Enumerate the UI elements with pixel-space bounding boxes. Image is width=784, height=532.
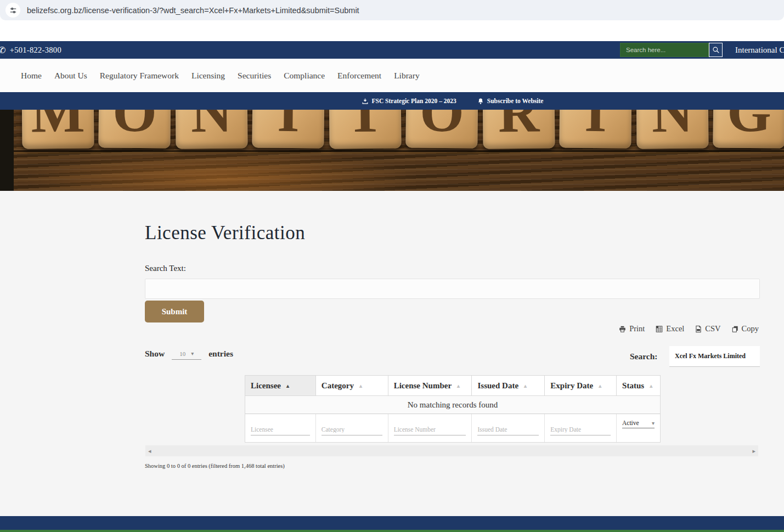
filter-cell-category — [316, 414, 388, 442]
submit-button[interactable]: Submit — [145, 301, 204, 322]
magnifier-icon — [712, 46, 720, 54]
chevron-down-icon: ▾ — [652, 420, 655, 426]
url-text[interactable]: belizefsc.org.bz/license-verification-3/… — [27, 6, 359, 15]
site-search-button[interactable] — [709, 43, 723, 57]
scroll-right-icon[interactable]: ▸ — [752, 448, 755, 455]
letter-block: O — [405, 110, 478, 149]
sort-asc-icon: ▴ — [524, 383, 527, 389]
letter-block: R — [482, 110, 555, 149]
copy-icon — [731, 325, 739, 333]
table-header-row: Licensee ▴ Category ▴ License Number ▴ I… — [245, 376, 660, 395]
print-label: Print — [629, 324, 645, 333]
column-header-expiry-date[interactable]: Expiry Date ▴ — [545, 376, 617, 395]
column-header-status[interactable]: Status ▴ — [617, 376, 660, 395]
announcement-bar: FSC Strategic Plan 2020 – 2023 Subscribe… — [0, 92, 784, 110]
csv-button[interactable]: CSV — [695, 324, 720, 333]
main-nav: Home About Us Regulatory Framework Licen… — [0, 59, 784, 92]
phone-contact: ✆ +501-822-3800 — [0, 41, 61, 59]
download-icon — [362, 98, 369, 105]
filter-licensee-input[interactable] — [251, 426, 310, 435]
footer-green-strip — [0, 530, 784, 532]
csv-label: CSV — [705, 324, 720, 333]
hero-left-shadow — [0, 110, 14, 191]
nav-item-compliance[interactable]: Compliance — [284, 71, 325, 81]
column-label: Status — [622, 381, 644, 390]
block-letter: O — [112, 110, 157, 140]
site-search-input[interactable] — [620, 43, 709, 57]
block-letter: N — [651, 110, 693, 141]
hero-table-edge — [0, 150, 784, 152]
nav-item-licensing[interactable]: Licensing — [191, 71, 225, 81]
filter-category-input[interactable] — [322, 426, 382, 435]
block-letter: R — [498, 110, 539, 141]
nav-item-regulatory-framework[interactable]: Regulatory Framework — [100, 71, 179, 81]
nav-item-about-us[interactable]: About Us — [54, 71, 87, 81]
bell-icon — [477, 98, 484, 105]
strategic-plan-label: FSC Strategic Plan 2020 – 2023 — [372, 98, 456, 104]
license-table: Licensee ▴ Category ▴ License Number ▴ I… — [245, 375, 661, 443]
column-label: License Number — [394, 381, 452, 390]
column-header-issued-date[interactable]: Issued Date ▴ — [472, 376, 545, 395]
printer-icon — [618, 325, 627, 333]
column-header-licensee[interactable]: Licensee ▴ — [245, 376, 316, 395]
letter-block: O — [98, 110, 171, 149]
copy-button[interactable]: Copy — [731, 324, 759, 333]
excel-button[interactable]: Excel — [655, 324, 684, 333]
hero-image: M O N I T O R I N G — [0, 110, 784, 191]
column-label: Expiry Date — [550, 381, 593, 390]
entries-summary: Showing 0 to 0 of 0 entries (filtered fr… — [145, 463, 285, 469]
nav-item-securities[interactable]: Securities — [238, 71, 271, 81]
phone-icon: ✆ — [0, 45, 6, 55]
subscribe-link[interactable]: Subscribe to Website — [477, 98, 544, 105]
footer-bar — [0, 516, 784, 530]
excel-label: Excel — [666, 324, 684, 333]
strategic-plan-link[interactable]: FSC Strategic Plan 2020 – 2023 — [362, 98, 456, 105]
license-search-input[interactable] — [145, 279, 760, 299]
sort-asc-icon: ▴ — [286, 383, 289, 389]
letter-block: G — [713, 110, 784, 149]
filter-cell-licensee — [245, 414, 316, 442]
site-info-icon[interactable] — [5, 3, 20, 18]
sort-asc-icon: ▴ — [650, 383, 652, 389]
csv-file-icon — [695, 325, 702, 333]
column-header-category[interactable]: Category ▴ — [316, 376, 388, 395]
table-search-label: Search: — [630, 352, 658, 361]
table-horizontal-scrollbar[interactable]: ◂ ▸ — [145, 445, 758, 456]
table-search-input[interactable] — [669, 346, 760, 367]
show-entries-control: Show 10 ▾ entries — [145, 348, 233, 360]
letter-block: N — [175, 110, 247, 149]
block-letter: M — [31, 110, 85, 141]
entries-label: entries — [208, 349, 233, 359]
sort-asc-icon: ▴ — [457, 383, 460, 389]
column-header-license-number[interactable]: License Number ▴ — [388, 376, 472, 395]
page-title: License Verification — [145, 222, 305, 244]
scroll-left-icon[interactable]: ◂ — [148, 448, 151, 455]
filter-license-number-input[interactable] — [394, 426, 466, 435]
page-size-select[interactable]: 10 ▾ — [172, 348, 201, 360]
column-label: Issued Date — [477, 381, 518, 390]
letter-block: I — [559, 110, 631, 149]
tune-icon — [9, 7, 17, 14]
main-content: License Verification Search Text: Submit… — [0, 191, 784, 516]
page-size-value: 10 — [179, 350, 185, 357]
nav-item-home[interactable]: Home — [21, 71, 42, 81]
topbar-link-international[interactable]: International Co — [735, 41, 784, 59]
print-button[interactable]: Print — [618, 324, 645, 333]
block-letter: G — [727, 110, 772, 140]
nav-item-library[interactable]: Library — [394, 71, 419, 81]
search-text-label: Search Text: — [145, 264, 186, 273]
export-toolbar: Print Excel CSV Copy — [618, 324, 759, 333]
filter-issued-date-input[interactable] — [477, 426, 539, 435]
letter-blocks: M O N I T O R I N G — [22, 110, 784, 148]
browser-url-bar[interactable]: belizefsc.org.bz/license-verification-3/… — [0, 0, 784, 20]
nav-item-enforcement[interactable]: Enforcement — [337, 71, 381, 81]
excel-icon — [655, 325, 663, 333]
copy-label: Copy — [742, 324, 759, 333]
column-label: Licensee — [251, 381, 281, 390]
column-label: Category — [322, 381, 354, 390]
letter-block: M — [21, 110, 94, 149]
subscribe-label: Subscribe to Website — [487, 98, 544, 104]
filter-expiry-date-input[interactable] — [550, 426, 611, 435]
phone-number: +501-822-3800 — [10, 46, 61, 55]
status-filter-select[interactable]: Active ▾ — [622, 420, 655, 428]
